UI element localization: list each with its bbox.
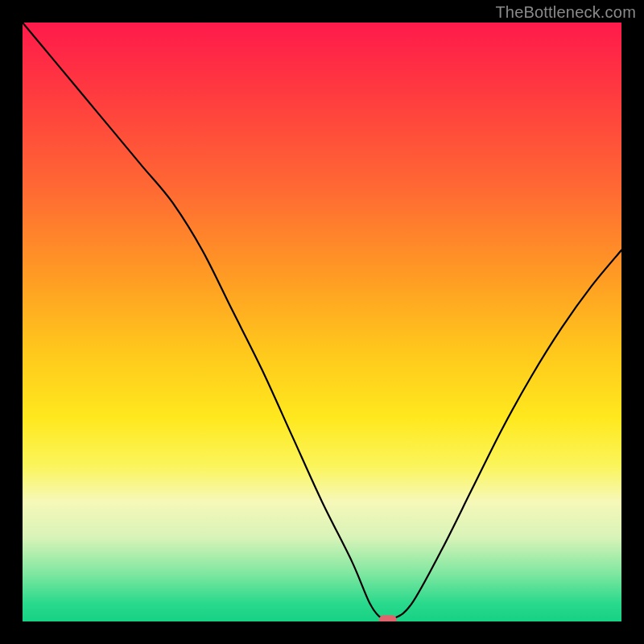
bottleneck-curve: [23, 23, 621, 621]
minimum-marker: [379, 615, 397, 621]
plot-area: [23, 23, 621, 621]
chart-svg: [23, 23, 621, 621]
chart-frame: TheBottleneck.com: [0, 0, 644, 644]
watermark-text: TheBottleneck.com: [495, 3, 636, 22]
